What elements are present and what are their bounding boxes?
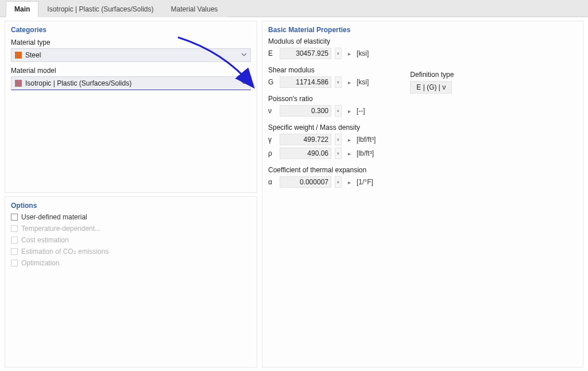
checkbox-icon [11,225,18,232]
chevron-down-icon [241,79,247,87]
material-model-dropdown[interactable]: Isotropic | Plastic (Surfaces/Solids) [11,76,251,90]
material-model-swatch-icon [15,80,22,87]
checkbox-label: Temperature-dependent... [21,225,100,233]
symbol-E: E [268,49,276,57]
input-mass-density[interactable]: 490.06 [280,148,331,159]
tabbar: Main Isotropic | Plastic (Surfaces/Solid… [0,0,588,17]
input-shear-modulus[interactable]: 11714.586 [280,76,331,88]
categories-title: Categories [11,26,251,34]
expand-icon[interactable]: ▸ [345,150,353,157]
panel-basic-material-properties: Basic Material Properties Modulus of ela… [262,21,583,368]
modulus-of-elasticity-label: Modulus of elasticity [268,37,376,45]
spinner-icon[interactable]: ▴▾ [335,48,342,59]
unit-nu: [--] [357,107,365,115]
unit-gamma: [lbf/ft³] [357,136,376,144]
spinner-icon[interactable]: ▴▾ [335,176,342,188]
options-title: Options [11,202,251,210]
panel-options: Options User-defined material Temperatur… [5,196,257,368]
expand-icon[interactable]: ▸ [345,79,353,86]
unit-G: [ksi] [357,78,369,86]
material-type-label: Material type [11,38,251,47]
unit-alpha: [1/°F] [357,178,373,186]
checkbox-icon [11,214,18,221]
tab-material-values[interactable]: Material Values [163,1,227,17]
spinner-icon[interactable]: ▴▾ [335,105,342,117]
definition-type-label: Definition type [410,71,454,79]
unit-E: [ksi] [357,49,369,57]
checkbox-label: User-defined material [21,213,87,221]
symbol-nu: ν [268,107,276,115]
spinner-icon[interactable]: ▴▾ [335,148,342,159]
unit-rho: [lb/ft³] [357,149,374,157]
checkbox-user-defined[interactable]: User-defined material [11,213,251,221]
checkbox-temperature-dependent: Temperature-dependent... [11,225,251,233]
input-specific-weight[interactable]: 499.722 [280,134,331,145]
tab-isotropic-plastic[interactable]: Isotropic | Plastic (Surfaces/Solids) [38,1,162,17]
checkbox-optimization: Optimization [11,259,251,267]
spinner-icon[interactable]: ▴▾ [335,134,342,145]
checkbox-icon [11,260,18,266]
checkbox-co2-emissions: Estimation of CO₂ emissions [11,248,251,256]
checkbox-icon [11,248,18,255]
definition-type-value[interactable]: E | (G) | ν [410,81,452,94]
checkbox-icon [11,237,18,244]
poissons-ratio-label: Poisson's ratio [268,95,376,103]
symbol-G: G [268,78,276,86]
expand-icon[interactable]: ▸ [345,179,353,186]
expand-icon[interactable]: ▸ [345,108,353,114]
input-modulus-of-elasticity[interactable]: 30457.925 [280,48,331,59]
panel-categories: Categories Material type Steel Material … [5,21,257,193]
input-thermal-expansion[interactable]: 0.000007 [280,176,331,188]
specific-weight-label: Specific weight / Mass density [268,123,376,132]
shear-modulus-label: Shear modulus [268,66,376,74]
material-type-value: Steel [25,51,241,59]
input-poissons-ratio[interactable]: 0.300 [280,105,331,117]
symbol-gamma: γ [268,136,276,144]
material-model-label: Material model [11,67,251,75]
expand-icon[interactable]: ▸ [345,51,353,57]
checkbox-cost-estimation: Cost estimation [11,236,251,244]
expand-icon[interactable]: ▸ [345,137,353,143]
material-type-swatch-icon [15,52,22,59]
checkbox-label: Estimation of CO₂ emissions [21,248,109,256]
spinner-icon[interactable]: ▴▾ [335,76,342,88]
symbol-alpha: α [268,178,276,186]
properties-title: Basic Material Properties [268,26,577,34]
chevron-down-icon [241,51,247,59]
tab-main[interactable]: Main [6,1,38,17]
thermal-expansion-label: Coefficient of thermal expansion [268,166,376,174]
material-type-dropdown[interactable]: Steel [11,48,251,62]
symbol-rho: ρ [268,149,276,157]
checkbox-label: Cost estimation [21,236,69,244]
material-model-value: Isotropic | Plastic (Surfaces/Solids) [25,79,241,87]
checkbox-label: Optimization [21,259,60,267]
